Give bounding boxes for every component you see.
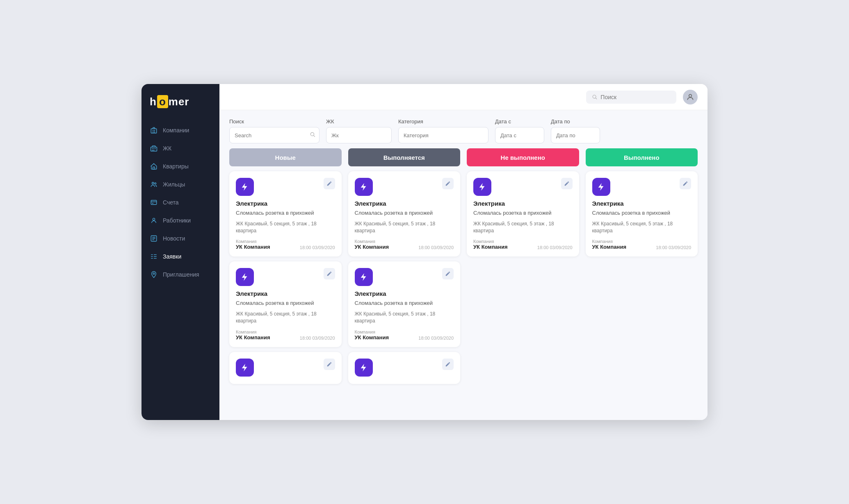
card-company-name: УК Компания (236, 334, 270, 341)
main-content: Поиск ЖК Категория Дата с (219, 84, 708, 420)
card-company-name: УК Компания (355, 244, 389, 250)
filter-date-from-group: Дата с (495, 118, 544, 143)
ticket-card[interactable] (348, 352, 461, 384)
card-edit-button[interactable] (324, 359, 335, 370)
card-edit-button[interactable] (324, 268, 335, 279)
filter-category-input[interactable] (398, 127, 488, 143)
card-edit-button[interactable] (324, 178, 335, 189)
card-location: ЖК Красивый, 5 секция, 5 этаж , 18 кварт… (592, 220, 692, 234)
card-title: Электрика (473, 200, 573, 207)
card-company-label: Компания (236, 329, 270, 334)
card-time: 18:00 03/09/2020 (537, 245, 573, 250)
sidebar-item-accounts[interactable]: Счета (142, 193, 219, 211)
invitations-icon (150, 270, 158, 279)
ticket-card[interactable]: Электрика Сломалась розетка в прихожей Ж… (586, 171, 698, 257)
filter-date-from-input[interactable] (495, 127, 544, 143)
sidebar-item-news[interactable]: Новости (142, 229, 219, 247)
card-edit-button[interactable] (561, 178, 573, 189)
filter-date-from-label: Дата с (495, 118, 544, 125)
card-company-name: УК Компания (355, 334, 389, 341)
filter-search-wrapper (229, 127, 320, 143)
sidebar-item-apartments[interactable]: Квартиры (142, 157, 219, 175)
filter-date-to-input[interactable] (551, 127, 600, 143)
card-company-label: Компания (355, 239, 389, 244)
svg-line-33 (314, 136, 315, 137)
column-vypolneno: Выполнено Электрика Сломалась розетка в … (586, 148, 698, 410)
card-company-label: Компания (236, 239, 270, 244)
worker-icon (150, 216, 158, 225)
card-description: Сломалась розетка в прихожей (355, 209, 454, 217)
sidebar-item-workers[interactable]: Работники (142, 211, 219, 229)
ticket-card[interactable]: Электрика Сломалась розетка в прихожей Ж… (348, 171, 461, 257)
card-edit-button[interactable] (680, 178, 691, 189)
ticket-card[interactable]: Электрика Сломалась розетка в прихожей Ж… (229, 261, 342, 347)
svg-rect-10 (153, 150, 154, 151)
ticket-type-icon (236, 178, 254, 196)
ticket-card[interactable]: Электрика Сломалась розетка в прихожей Ж… (229, 171, 342, 257)
svg-line-30 (596, 98, 597, 99)
sidebar-label-news: Новости (163, 235, 185, 242)
sidebar-item-requests[interactable]: Заявки (142, 247, 219, 266)
requests-icon (150, 252, 158, 261)
card-company-label: Компания (473, 239, 507, 244)
sidebar-label-invitations: Приглашения (163, 271, 199, 278)
svg-rect-8 (155, 148, 156, 149)
building-icon (150, 126, 158, 134)
header-search-box[interactable] (586, 91, 676, 104)
filter-jk-input[interactable] (326, 127, 392, 143)
app-window: homer Компании ЖК (142, 84, 708, 420)
card-title: Электрика (355, 200, 454, 207)
card-description: Сломалась розетка в прихожей (592, 209, 692, 217)
card-location: ЖК Красивый, 5 секция, 5 этаж , 18 кварт… (236, 220, 335, 234)
news-icon (150, 234, 158, 243)
card-title: Электрика (355, 290, 454, 297)
sidebar-item-residents[interactable]: Жильцы (142, 175, 219, 193)
header-search-input[interactable] (600, 94, 671, 100)
sidebar-label-requests: Заявки (163, 253, 181, 260)
svg-point-28 (153, 273, 155, 275)
apartments-icon (150, 144, 158, 152)
filter-date-to-label: Дата по (551, 118, 600, 125)
ticket-card[interactable]: Электрика Сломалась розетка в прихожей Ж… (348, 261, 461, 347)
avatar[interactable] (683, 90, 698, 104)
svg-point-31 (689, 94, 692, 97)
filter-search-input[interactable] (229, 127, 320, 143)
svg-rect-4 (154, 132, 155, 132)
sidebar-item-jk[interactable]: ЖК (142, 139, 219, 157)
card-edit-button[interactable] (442, 178, 454, 189)
card-description: Сломалась розетка в прихожей (236, 300, 335, 307)
filter-search-icon (310, 132, 315, 139)
card-company-name: УК Компания (236, 244, 270, 250)
filters-row: Поиск ЖК Категория Дата с (219, 110, 708, 148)
card-company-label: Компания (355, 329, 389, 334)
svg-rect-9 (152, 150, 153, 151)
logo-highlight: o (157, 95, 168, 108)
card-time: 18:00 03/09/2020 (418, 245, 454, 250)
sidebar-label-apartments: Квартиры (163, 163, 189, 170)
svg-rect-3 (153, 132, 153, 132)
column-header-vypolnyaetsya: Выполняется (348, 148, 461, 166)
logo-suffix: mer (169, 95, 189, 108)
ticket-card[interactable] (229, 352, 342, 384)
filter-date-to-group: Дата по (551, 118, 600, 143)
card-edit-button[interactable] (442, 268, 454, 279)
card-time: 18:00 03/09/2020 (418, 336, 454, 341)
column-header-novye: Новые (229, 148, 342, 166)
ticket-type-icon (355, 178, 373, 196)
sidebar-label-companies: Компании (163, 127, 189, 134)
card-time: 18:00 03/09/2020 (300, 245, 335, 250)
sidebar-item-companies[interactable]: Компании (142, 121, 219, 139)
sidebar-item-invitations[interactable]: Приглашения (142, 266, 219, 284)
sidebar-label-accounts: Счета (163, 199, 179, 206)
ticket-type-icon (355, 268, 373, 286)
card-title: Электрика (592, 200, 692, 207)
accounts-icon (150, 198, 158, 207)
header-search-icon (592, 94, 597, 100)
card-location: ЖК Красивый, 5 секция, 5 этаж , 18 кварт… (236, 311, 335, 325)
card-description: Сломалась розетка в прихожей (355, 300, 454, 307)
card-company-name: УК Компания (473, 244, 507, 250)
card-edit-button[interactable] (442, 359, 454, 370)
card-description: Сломалась розетка в прихожей (236, 209, 335, 217)
ticket-card[interactable]: Электрика Сломалась розетка в прихожей Ж… (467, 171, 579, 257)
card-time: 18:00 03/09/2020 (300, 336, 335, 341)
